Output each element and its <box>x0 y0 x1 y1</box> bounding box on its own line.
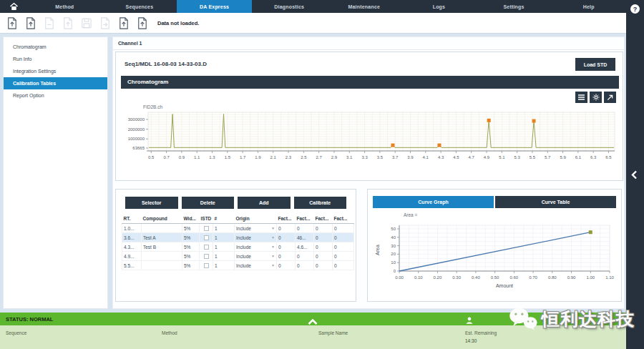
divider <box>113 49 624 50</box>
menu-tab-settings[interactable]: Settings <box>477 0 552 13</box>
svg-text:6.3: 6.3 <box>590 155 597 159</box>
sidebar-item-integration-settings[interactable]: Integration Settings <box>4 65 107 77</box>
chromatogram-svg: 0.50.70.91.11.31.51.71.92.12.32.52.72.93… <box>120 102 621 165</box>
factor-cell-1[interactable]: 0 <box>277 224 296 233</box>
factor-cell-2[interactable]: 0 <box>296 252 314 261</box>
chromatogram-plot-area[interactable]: 0.50.70.91.11.31.51.71.92.12.32.52.72.93… <box>120 102 621 168</box>
factor-cell-3[interactable]: 0 <box>314 224 333 233</box>
table-row[interactable]: 3.6...Test A5%1Include▼046...00 <box>122 233 354 242</box>
compound-cell[interactable] <box>142 252 182 261</box>
width-cell[interactable]: 5% <box>182 224 200 233</box>
number-cell[interactable]: 1 <box>213 252 235 261</box>
istd-checkbox[interactable] <box>204 254 209 259</box>
help-icon[interactable]: ? <box>630 4 640 14</box>
menu-tab-sequences[interactable]: Sequences <box>102 0 177 13</box>
table-row[interactable]: 4.3...Test B5%1Include▼04.6...00 <box>122 242 354 252</box>
number-cell[interactable]: 1 <box>213 224 235 233</box>
factor-cell-3[interactable]: 0 <box>314 233 333 242</box>
factor-cell-1[interactable]: 0 <box>277 242 296 252</box>
width-cell[interactable]: 5% <box>182 252 200 261</box>
number-cell[interactable]: 1 <box>213 233 235 242</box>
save-data-icon <box>79 16 93 31</box>
svg-text:3.9: 3.9 <box>407 155 414 159</box>
factor-cell-2[interactable]: 0 <box>296 261 314 270</box>
factor-cell-4[interactable]: 0 <box>333 261 354 270</box>
menu-tab-logs[interactable]: Logs <box>401 0 477 13</box>
plot-menu-icon[interactable] <box>575 92 587 103</box>
compound-cell[interactable]: Test A <box>142 233 182 242</box>
table-row[interactable]: 5.5...5%1Include▼0000 <box>122 261 354 270</box>
rt-cell[interactable]: 4.3... <box>122 242 142 252</box>
collapse-panel-icon[interactable] <box>631 169 638 182</box>
add-button[interactable]: Add <box>238 197 291 209</box>
istd-checkbox[interactable] <box>204 263 209 268</box>
selector-button[interactable]: Selector <box>125 197 178 209</box>
factor-cell-1[interactable]: 0 <box>277 252 296 261</box>
home-button[interactable] <box>0 0 27 13</box>
compound-cell[interactable]: Test B <box>142 242 182 252</box>
origin-dropdown[interactable]: Include▼ <box>235 252 277 261</box>
plot-settings-gear-icon[interactable] <box>590 92 602 103</box>
curve-plot-area[interactable]: 0.000.100.200.300.400.500.600.700.800.90… <box>372 211 618 294</box>
factor-cell-3[interactable]: 0 <box>314 242 333 252</box>
calibrate-button[interactable]: Calibrate <box>294 197 347 209</box>
tab-curve-graph[interactable]: Curve Graph <box>373 196 494 208</box>
rt-cell[interactable]: 3.6... <box>122 233 142 242</box>
tab-curve-table[interactable]: Curve Table <box>495 196 616 208</box>
factor-cell-4[interactable]: 0 <box>333 242 354 252</box>
istd-checkbox[interactable] <box>204 226 209 231</box>
istd-cell <box>200 261 213 270</box>
origin-dropdown[interactable]: Include▼ <box>235 242 277 252</box>
menu-tab-help[interactable]: Help <box>551 0 626 13</box>
istd-checkbox[interactable] <box>204 245 209 250</box>
svg-text:5.5: 5.5 <box>530 155 536 159</box>
rt-cell[interactable]: 5.5... <box>122 261 142 270</box>
sidebar-item-report-option[interactable]: Report Option <box>4 89 107 102</box>
factor-cell-1[interactable]: 0 <box>277 261 296 270</box>
factor-cell-2[interactable]: 0 <box>296 224 314 233</box>
sidebar-item-calibration-tables[interactable]: Calibration Tables <box>4 77 107 89</box>
open-data-file-2-icon[interactable] <box>24 16 37 31</box>
chevron-down-icon: ▼ <box>271 245 275 249</box>
factor-cell-1[interactable]: 0 <box>277 233 296 242</box>
svg-text:0.20: 0.20 <box>434 275 442 280</box>
plot-expand-icon[interactable] <box>604 92 616 103</box>
rt-cell[interactable]: 4.9... <box>122 252 142 261</box>
factor-cell-4[interactable]: 0 <box>333 233 354 242</box>
width-cell[interactable]: 5% <box>182 242 200 252</box>
load-next-data-icon[interactable] <box>135 16 149 31</box>
menu-tab-da-express[interactable]: DA Express <box>177 0 252 13</box>
svg-text:2.5: 2.5 <box>301 155 307 159</box>
sidebar-item-chromatogram[interactable]: Chromatogram <box>4 41 107 53</box>
istd-checkbox[interactable] <box>204 235 209 240</box>
origin-dropdown[interactable]: Include▼ <box>235 233 277 242</box>
factor-cell-2[interactable]: 46... <box>296 233 314 242</box>
origin-dropdown[interactable]: Include▼ <box>235 224 277 233</box>
origin-dropdown[interactable]: Include▼ <box>235 261 277 270</box>
table-row[interactable]: 1.0...5%1Include▼0000 <box>122 224 354 233</box>
sidebar-item-run-info[interactable]: Run Info <box>4 53 107 65</box>
load-previous-data-icon[interactable] <box>117 16 130 31</box>
number-cell[interactable]: 1 <box>213 242 235 252</box>
factor-cell-4[interactable]: 0 <box>333 252 354 261</box>
svg-text:0.90: 0.90 <box>567 275 576 280</box>
factor-cell-4[interactable]: 0 <box>333 224 354 233</box>
factor-cell-2[interactable]: 4.6... <box>296 242 314 252</box>
menu-tab-maintenance[interactable]: Maintenance <box>327 0 402 13</box>
number-cell[interactable]: 1 <box>213 261 235 270</box>
factor-cell-3[interactable]: 0 <box>314 261 333 270</box>
load-std-button[interactable]: Load STD <box>575 58 615 71</box>
rt-cell[interactable]: 1.0... <box>122 224 142 233</box>
reload-data-icon <box>61 16 74 31</box>
menu-tab-diagnostics[interactable]: Diagnostics <box>252 0 327 13</box>
delete-button[interactable]: Delete <box>182 197 235 209</box>
table-row[interactable]: 4.9...5%1Include▼0000 <box>122 252 354 261</box>
width-cell[interactable]: 5% <box>182 261 200 270</box>
factor-cell-3[interactable]: 0 <box>314 252 333 261</box>
compound-cell[interactable] <box>142 261 182 270</box>
menu-tab-method[interactable]: Method <box>27 0 102 13</box>
open-data-file-icon[interactable] <box>5 16 19 31</box>
width-cell[interactable]: 5% <box>182 233 200 242</box>
compound-cell[interactable] <box>142 224 182 233</box>
svg-text:2000000: 2000000 <box>128 127 145 132</box>
